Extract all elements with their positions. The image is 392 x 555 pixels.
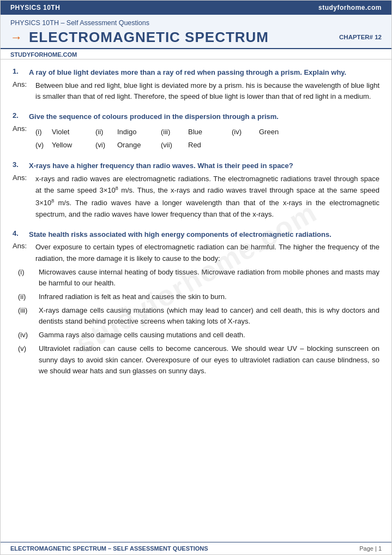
main-title: ELECTROMAGNETIC SPECTRUM bbox=[29, 29, 269, 46]
bullet-iv: (iv) Gamma rays also damage cells causin… bbox=[18, 330, 379, 341]
c1-num: (i) bbox=[35, 126, 52, 139]
q4-num: 4. bbox=[13, 229, 25, 240]
subtitle: PHYSICS 10TH – Self Assessment Questions bbox=[10, 19, 382, 27]
question-block-2: 2. Give the sequence of colours produced… bbox=[13, 111, 379, 152]
c3-val: Blue bbox=[188, 126, 232, 139]
top-bar-left: PHYSICS 10TH bbox=[10, 4, 60, 11]
colour-table: (i) Violet (ii) Indigo (iii) Blue (iv) G… bbox=[35, 126, 379, 152]
q1-ans-label: Ans: bbox=[13, 80, 31, 103]
question-1-line: 1. A ray of blue light deviates more tha… bbox=[13, 67, 379, 78]
top-bar: PHYSICS 10TH studyforhome.com bbox=[1, 1, 391, 15]
main-title-row: → ELECTROMAGNETIC SPECTRUM CHAPTER# 12 bbox=[10, 29, 382, 46]
c4-num: (iv) bbox=[232, 126, 259, 139]
question-block-4: 4. State health risks associated with hi… bbox=[13, 229, 379, 377]
c5-num: (v) bbox=[35, 139, 52, 152]
q2-answer-line: Ans: (i) Violet (ii) Indigo (iii) Blue (… bbox=[13, 124, 379, 152]
filler1 bbox=[232, 139, 259, 152]
bi-iii-text: X-rays damage cells causing mutations (w… bbox=[39, 305, 379, 327]
c4-val: Green bbox=[259, 126, 303, 139]
question-3-line: 3. X-rays have a higher frequency than r… bbox=[13, 160, 379, 171]
q1-text: A ray of blue light deviates more than a… bbox=[29, 67, 379, 78]
c7-val: Red bbox=[188, 139, 232, 152]
c3-num: (iii) bbox=[161, 126, 188, 139]
q4-text: State health risks associated with high … bbox=[29, 229, 379, 240]
q2-ans-label: Ans: bbox=[13, 124, 31, 152]
c2-num: (ii) bbox=[95, 126, 117, 139]
footer-right: Page | 1 bbox=[359, 545, 382, 552]
q1-ans-text: Between blue and red light, blue light i… bbox=[35, 80, 379, 103]
bi-ii-num: (ii) bbox=[18, 291, 35, 302]
bi-iv-text: Gamma rays also damage cells causing mut… bbox=[39, 330, 379, 341]
bi-ii-text: Infrared radiation is felt as heat and c… bbox=[39, 291, 379, 302]
q3-num: 3. bbox=[13, 160, 25, 171]
q3-ans-text: x-rays and radio waves are electromagnet… bbox=[35, 174, 379, 220]
q4-bullets: (i) Microwaves cause internal heating of… bbox=[18, 267, 379, 377]
brand-label: STUDYFORHOME.COM bbox=[1, 49, 391, 59]
bullet-i: (i) Microwaves cause internal heating of… bbox=[18, 267, 379, 289]
q4-answer-intro-line: Ans: Over exposure to certain types of e… bbox=[13, 242, 379, 265]
bi-i-text: Microwaves cause internal heating of bod… bbox=[39, 267, 379, 289]
q3-text: X-rays have a higher frequency than radi… bbox=[29, 160, 379, 171]
bi-v-text: Ultraviolet radiation can cause cells to… bbox=[39, 343, 379, 376]
q1-answer-line: Ans: Between blue and red light, blue li… bbox=[13, 80, 379, 103]
bullet-ii: (ii) Infrared radiation is felt as heat … bbox=[18, 291, 379, 302]
bi-iv-num: (iv) bbox=[18, 330, 35, 341]
bullet-iii: (iii) X-rays damage cells causing mutati… bbox=[18, 305, 379, 327]
bi-iii-num: (iii) bbox=[18, 305, 35, 327]
c5-val: Yellow bbox=[52, 139, 95, 152]
c1-val: Violet bbox=[52, 126, 95, 139]
bi-i-num: (i) bbox=[18, 267, 35, 289]
question-block-1: 1. A ray of blue light deviates more tha… bbox=[13, 67, 379, 103]
arrow-icon: → bbox=[10, 31, 22, 45]
question-2-line: 2. Give the sequence of colours produced… bbox=[13, 111, 379, 122]
q3-answer-line: Ans: x-rays and radio waves are electrom… bbox=[13, 174, 379, 220]
q2-colours: (i) Violet (ii) Indigo (iii) Blue (iv) G… bbox=[35, 124, 379, 152]
footer: ELECTROMAGNETIC SPECTRUM – Self Assessme… bbox=[1, 542, 391, 554]
c7-num: (vii) bbox=[161, 139, 188, 152]
question-4-line: 4. State health risks associated with hi… bbox=[13, 229, 379, 240]
c6-val: Orange bbox=[117, 139, 161, 152]
q2-num: 2. bbox=[13, 111, 25, 122]
q3-ans-label: Ans: bbox=[13, 174, 31, 220]
footer-left: ELECTROMAGNETIC SPECTRUM – Self Assessme… bbox=[10, 545, 208, 552]
c6-num: (vi) bbox=[95, 139, 117, 152]
top-bar-right: studyforhome.com bbox=[318, 4, 382, 11]
q4-ans-intro: Over exposure to certain types of electr… bbox=[35, 242, 379, 265]
c2-val: Indigo bbox=[117, 126, 161, 139]
q2-text: Give the sequence of colours produced in… bbox=[29, 111, 379, 122]
q1-num: 1. bbox=[13, 67, 25, 78]
sub-header: PHYSICS 10TH – Self Assessment Questions… bbox=[1, 15, 391, 49]
chapter-box: CHAPTER# 12 bbox=[339, 33, 382, 41]
bullet-v: (v) Ultraviolet radiation can cause cell… bbox=[18, 343, 379, 376]
chapter-label: CHAPTER# 12 bbox=[339, 34, 382, 40]
q4-ans-label: Ans: bbox=[13, 242, 31, 265]
bi-v-num: (v) bbox=[18, 343, 35, 376]
question-block-3: 3. X-rays have a higher frequency than r… bbox=[13, 160, 379, 220]
content-area: 1. A ray of blue light deviates more tha… bbox=[1, 59, 391, 391]
